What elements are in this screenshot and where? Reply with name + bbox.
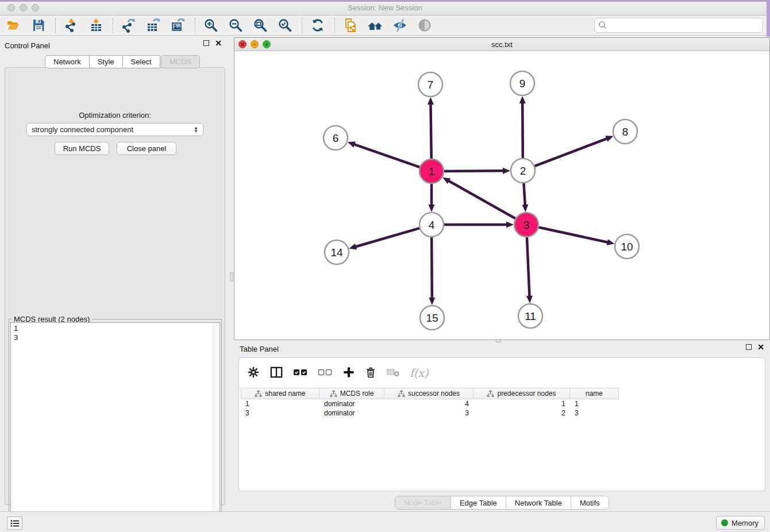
memory-button[interactable]: Memory — [716, 516, 765, 530]
table-panel: Table Panel ✕ f(x) shared nameMCDS roles… — [234, 342, 770, 511]
graph-edge-arrowhead — [349, 244, 357, 250]
table-cell[interactable]: 3 — [570, 408, 619, 418]
graph-edge-2-9[interactable] — [522, 102, 523, 160]
toolbar-separator — [334, 18, 335, 33]
mcds-tab-content: Optimization criterion: strongly connect… — [5, 67, 225, 505]
show-column-icon[interactable] — [270, 366, 283, 380]
table-cell[interactable]: dominator — [319, 408, 384, 418]
splitter-grip[interactable] — [230, 272, 233, 282]
search-field[interactable] — [594, 18, 763, 33]
tab-motifs[interactable]: Motifs — [571, 496, 609, 509]
control-panel: Control Panel ✕ NetworkStyleSelectMCDS O… — [0, 36, 230, 511]
close-panel-icon[interactable]: ✕ — [215, 40, 222, 46]
table-cell[interactable]: 3 — [384, 408, 473, 418]
table-cell[interactable]: 3 — [241, 408, 319, 418]
deselect-all-icon[interactable] — [318, 367, 333, 379]
table-row[interactable]: 3dominator323 — [241, 408, 619, 418]
memory-label: Memory — [732, 519, 759, 527]
sort-hierarchy-icon — [330, 390, 337, 398]
network-window-titlebar[interactable]: ✕ − + scc.txt — [234, 38, 769, 51]
graph-edge-3-1[interactable] — [448, 180, 517, 219]
graph-node-label-9: 9 — [519, 78, 526, 90]
graph-svg: 7968124314101511 — [234, 51, 769, 340]
mcds-result-text[interactable]: 1 3 — [10, 322, 220, 532]
vertical-splitter[interactable] — [230, 36, 234, 511]
clone-network-icon[interactable] — [342, 17, 359, 33]
float-table-panel-icon[interactable] — [746, 344, 752, 350]
table-cell[interactable]: 2 — [473, 408, 570, 418]
graph-node-label-6: 6 — [333, 132, 339, 144]
export-network-icon[interactable] — [121, 17, 137, 33]
delete-row-icon[interactable] — [365, 366, 376, 380]
graph-edge-3-11[interactable] — [527, 236, 530, 297]
tab-node-table[interactable]: Node Table — [395, 496, 451, 509]
toolbar-separator — [113, 18, 113, 33]
export-table-icon[interactable] — [145, 17, 161, 33]
toolbar-separator — [302, 18, 302, 33]
run-mcds-button[interactable]: Run MCDS — [55, 142, 109, 155]
zoom-selected-icon[interactable] — [277, 17, 293, 33]
graph-edge-2-8[interactable] — [533, 138, 607, 167]
column-header-name[interactable]: name — [570, 388, 619, 399]
show-hide-graphics-icon[interactable] — [392, 17, 408, 33]
table-cell[interactable]: dominator — [319, 399, 384, 408]
graph-edge-1-7[interactable] — [430, 103, 431, 160]
import-table-icon[interactable] — [88, 17, 104, 33]
table-cell[interactable]: 1 — [241, 399, 319, 408]
zoom-in-icon[interactable] — [203, 17, 219, 33]
status-bar: Memory — [0, 511, 770, 532]
tab-select[interactable]: Select — [122, 55, 160, 68]
graph-edge-1-2[interactable] — [442, 171, 504, 171]
graph-edge-4-15[interactable] — [432, 236, 432, 299]
function-builder-icon: f(x) — [410, 367, 429, 379]
apply-layout-icon[interactable] — [310, 17, 326, 33]
tab-network-table[interactable]: Network Table — [506, 496, 571, 509]
select-all-icon[interactable] — [293, 367, 308, 379]
import-network-icon[interactable] — [63, 17, 79, 33]
table-cell[interactable]: 1 — [473, 399, 570, 408]
network-canvas[interactable]: 7968124314101511 — [234, 51, 769, 340]
table-rows: 1dominator4113dominator323 — [241, 399, 619, 418]
zoom-fit-icon[interactable] — [252, 17, 268, 33]
list-icon — [10, 519, 20, 528]
float-panel-icon[interactable] — [203, 40, 209, 46]
graph-edge-2-3[interactable] — [523, 182, 525, 206]
export-image-icon[interactable] — [170, 17, 186, 33]
open-session-icon[interactable] — [6, 17, 22, 33]
sort-hierarchy-icon — [487, 390, 494, 398]
column-header-MCDS-role[interactable]: MCDS role — [319, 388, 384, 399]
table-toolbar: f(x) — [247, 363, 429, 383]
graph-edge-1-6[interactable] — [353, 144, 421, 168]
save-session-icon[interactable] — [30, 17, 47, 33]
tab-edge-table[interactable]: Edge Table — [451, 496, 506, 509]
graph-node-label-3: 3 — [523, 219, 530, 231]
zoom-out-icon[interactable] — [228, 17, 244, 33]
task-history-button[interactable] — [7, 516, 22, 530]
criterion-dropdown[interactable]: strongly connected component ▲▼ — [26, 123, 203, 136]
graph-edge-arrowhead — [503, 168, 510, 174]
table-container: f(x) shared nameMCDS rolesuccessor nodes… — [238, 357, 765, 491]
graph-edge-4-14[interactable] — [355, 228, 421, 246]
column-header-predecessor-nodes[interactable]: predecessor nodes — [473, 388, 570, 399]
delete-table-disabled-icon — [386, 367, 400, 379]
tab-style[interactable]: Style — [89, 55, 122, 68]
dropdown-stepper-icon: ▲▼ — [194, 126, 198, 133]
table-cell[interactable]: 1 — [570, 399, 619, 408]
graph-node-label-1: 1 — [429, 165, 435, 178]
search-input[interactable] — [607, 21, 763, 30]
close-table-panel-icon[interactable]: ✕ — [757, 344, 764, 350]
close-panel-button[interactable]: Close panel — [117, 142, 176, 155]
settings-gear-icon[interactable] — [247, 366, 260, 380]
graph-node-label-7: 7 — [428, 79, 434, 91]
column-header-shared-name[interactable]: shared name — [241, 388, 319, 399]
add-row-icon[interactable] — [342, 366, 355, 380]
first-neighbors-icon[interactable] — [367, 17, 383, 33]
column-header-successor-nodes[interactable]: successor nodes — [384, 388, 473, 399]
toolbar-separator — [55, 18, 56, 33]
graph-edge-3-10[interactable] — [537, 227, 609, 242]
tab-mcds[interactable]: MCDS — [161, 55, 200, 68]
table-row[interactable]: 1dominator411 — [241, 399, 619, 408]
tab-network[interactable]: Network — [45, 55, 89, 68]
result-scrollbar[interactable] — [213, 323, 220, 532]
table-cell[interactable]: 4 — [384, 399, 473, 408]
